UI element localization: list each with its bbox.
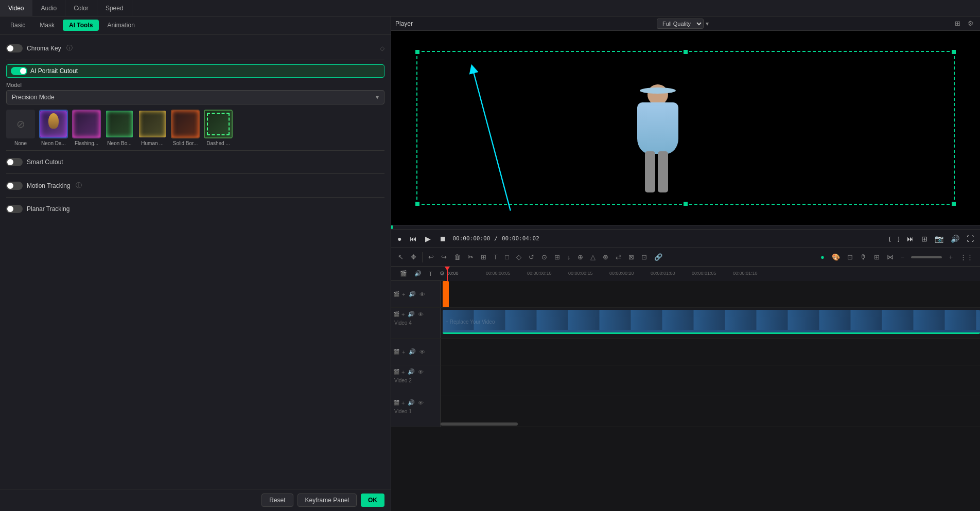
tl-zoom-in[interactable]: +: [946, 251, 955, 263]
track-v4-audio[interactable]: 🔊: [407, 310, 416, 319]
effect-neon-da[interactable]: ♥ Neon Da...: [39, 110, 68, 146]
track-v4-eye[interactable]: 👁: [417, 310, 425, 319]
track-5-audio[interactable]: 🔊: [408, 290, 417, 298]
timeline-area: 🎬 🔊 T ⚙ 00:00 00:00:00:05 00:00:00:10 00…: [391, 267, 980, 511]
tl-link[interactable]: 🔗: [652, 251, 665, 263]
tab-video[interactable]: Video: [0, 0, 32, 16]
tl-star[interactable]: ⊛: [600, 251, 611, 263]
reset-button[interactable]: Reset: [261, 494, 293, 507]
tl-triangle[interactable]: △: [588, 251, 598, 263]
fullscreen-btn[interactable]: ⛶: [965, 234, 976, 244]
ruler-playhead[interactable]: [447, 267, 448, 281]
tl-move-tool[interactable]: ✥: [408, 251, 419, 263]
tab-color[interactable]: Color: [65, 0, 97, 16]
tl-diamond[interactable]: ◇: [514, 251, 524, 263]
track-timeline-video4[interactable]: ↑ Replace Your Video: [441, 308, 980, 338]
tab-ai-tools[interactable]: AI Tools: [63, 20, 99, 31]
tab-mask[interactable]: Mask: [33, 20, 61, 31]
tl-split[interactable]: ⇄: [613, 251, 624, 263]
tl-caption[interactable]: ⊞: [871, 251, 882, 263]
tl-transition[interactable]: ⋈: [884, 251, 896, 263]
tl-add-track-icon[interactable]: 🎬: [397, 268, 410, 279]
screenshot-btn[interactable]: 📷: [933, 234, 946, 244]
tl-redo[interactable]: ↪: [439, 251, 449, 263]
ruler-105: 00:00:01:05: [692, 267, 716, 276]
tl-freeze[interactable]: ⊠: [626, 251, 637, 263]
transport-dot-btn[interactable]: ●: [395, 234, 404, 244]
quality-select[interactable]: Full Quality Half Quality: [657, 19, 704, 29]
tl-mask2[interactable]: ⊡: [845, 251, 855, 263]
ai-portrait-toggle[interactable]: [11, 67, 27, 75]
tl-zoom-out[interactable]: −: [898, 251, 907, 263]
chroma-key-toggle[interactable]: [6, 44, 23, 52]
tab-speed[interactable]: Speed: [97, 0, 132, 16]
tl-grid[interactable]: ⊞: [552, 251, 563, 263]
tl-rotate[interactable]: ↺: [526, 251, 537, 263]
tl-select-tool[interactable]: ↖: [395, 251, 406, 263]
track-3-add[interactable]: +: [401, 348, 406, 356]
tl-color-grade[interactable]: 🎨: [829, 251, 843, 263]
tl-rect[interactable]: □: [502, 251, 512, 263]
track-5-add[interactable]: +: [401, 290, 406, 298]
effect-none[interactable]: ⊘ None: [6, 110, 35, 146]
transport-stop-btn[interactable]: ⏹: [437, 234, 448, 244]
track-3-audio[interactable]: 🔊: [408, 347, 417, 356]
tl-add[interactable]: ⊕: [575, 251, 586, 263]
track-v4-add[interactable]: +: [400, 310, 406, 319]
smart-cutout-toggle[interactable]: [6, 158, 23, 166]
model-dropdown[interactable]: Precision Mode ▾: [6, 90, 384, 104]
effect-human[interactable]: Human ...: [138, 110, 167, 146]
tl-green-screen[interactable]: ●: [818, 251, 827, 263]
handle-tl[interactable]: [415, 50, 419, 54]
track-v2-eye[interactable]: 👁: [417, 368, 425, 376]
prev-frame-btn[interactable]: ⏭: [905, 234, 916, 244]
player-grid-icon[interactable]: ⊞: [953, 19, 962, 28]
track-3-eye[interactable]: 👁: [418, 348, 426, 356]
effect-dashed[interactable]: ♥ Dashed ...: [204, 110, 233, 146]
track-5-eye[interactable]: 👁: [418, 290, 426, 298]
tl-add-audio-icon[interactable]: 🔊: [412, 268, 424, 279]
tl-undo[interactable]: ↩: [426, 251, 436, 263]
loop-end-btn[interactable]: }: [896, 235, 902, 243]
track-v1-eye[interactable]: 👁: [417, 399, 425, 407]
handle-mid-bottom[interactable]: [684, 202, 688, 206]
handle-bl[interactable]: [415, 202, 419, 206]
tab-animation[interactable]: Animation: [101, 20, 141, 31]
tl-audio[interactable]: 🎙: [857, 251, 869, 263]
tl-transform[interactable]: ⊞: [478, 251, 489, 263]
tl-zoom-slider[interactable]: [911, 256, 942, 258]
crop-btn[interactable]: ⊞: [919, 234, 930, 244]
player-settings-icon[interactable]: ⚙: [966, 19, 976, 28]
track-v1-audio[interactable]: 🔊: [407, 398, 416, 407]
transport-prev-btn[interactable]: ⏮: [408, 234, 419, 244]
track-v2-audio[interactable]: 🔊: [407, 367, 416, 376]
tl-delete[interactable]: 🗑: [451, 251, 463, 263]
tl-menu[interactable]: ⋮⋮: [957, 251, 976, 263]
track-clip-video4[interactable]: ↑ Replace Your Video: [443, 310, 980, 334]
transport-play-btn[interactable]: ▶: [423, 234, 433, 244]
tl-align[interactable]: ↓: [565, 251, 573, 263]
loop-btn[interactable]: {: [887, 235, 893, 243]
track-v1-add[interactable]: +: [400, 399, 406, 407]
effect-neon-bo[interactable]: Neon Bo...: [105, 110, 134, 146]
volume-btn[interactable]: 🔊: [949, 234, 961, 244]
tl-text[interactable]: T: [491, 251, 500, 263]
handle-br[interactable]: [952, 202, 956, 206]
handle-mid-top[interactable]: [684, 50, 688, 54]
keyframe-panel-button[interactable]: Keyframe Panel: [297, 494, 357, 507]
tl-cut[interactable]: ✂: [465, 251, 476, 263]
player-controls-top: Full Quality Half Quality ▾: [657, 19, 709, 29]
tl-add-text-icon[interactable]: T: [426, 269, 435, 279]
track-v1-scrollbar[interactable]: [441, 422, 518, 426]
track-v2-add[interactable]: +: [400, 368, 406, 376]
ok-button[interactable]: OK: [361, 494, 384, 507]
effect-solid-bor[interactable]: ♥ Solid Bor...: [171, 110, 200, 146]
effect-flashing[interactable]: ♥ Flashing...: [72, 110, 101, 146]
tl-circle[interactable]: ⊙: [539, 251, 550, 263]
planar-tracking-toggle[interactable]: [6, 205, 23, 213]
tab-basic[interactable]: Basic: [4, 20, 31, 31]
motion-tracking-toggle[interactable]: [6, 182, 23, 190]
tl-mirror[interactable]: ⊡: [639, 251, 650, 263]
tab-audio[interactable]: Audio: [32, 0, 65, 16]
handle-tr[interactable]: [952, 50, 956, 54]
